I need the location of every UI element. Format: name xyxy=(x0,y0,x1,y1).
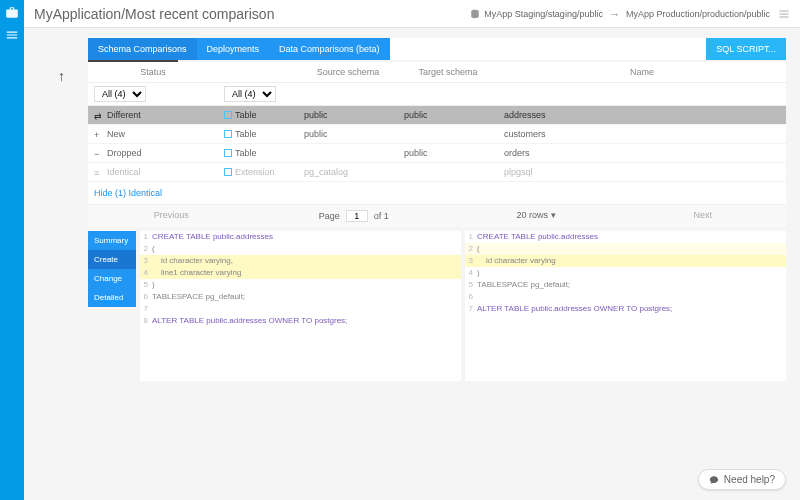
tgt-schema: public xyxy=(404,148,504,158)
th-target: Target schema xyxy=(398,62,498,82)
back-arrow-icon[interactable]: ↑ xyxy=(58,68,65,84)
main-tabs: Schema ComparisonsDeploymentsData Compar… xyxy=(88,38,390,60)
breadcrumb: MyApp Staging/staging/public → MyApp Pro… xyxy=(470,8,790,20)
code-line: 8ALTER TABLE public.addresses OWNER TO p… xyxy=(140,315,461,327)
content-area: ↑ Schema ComparisonsDeploymentsData Comp… xyxy=(24,28,800,500)
tab-schema-comparisons[interactable]: Schema Comparisons xyxy=(88,38,197,60)
code-line: 6TABLESPACE pg_default; xyxy=(140,291,461,303)
type-text: Table xyxy=(235,110,257,120)
obj-name: plpgsql xyxy=(504,167,780,177)
tab-deployments[interactable]: Deployments xyxy=(197,38,270,60)
th-source: Source schema xyxy=(298,62,398,82)
next-button[interactable]: Next xyxy=(619,205,786,227)
diff-tabs: SummaryCreateChangeDetailed xyxy=(88,231,136,381)
th-type xyxy=(218,62,298,82)
page-indicator: Page of 1 xyxy=(255,205,453,227)
arrow-right-icon: → xyxy=(609,8,620,20)
code-line: 5) xyxy=(140,279,461,291)
src-schema: public xyxy=(304,129,404,139)
tgt-schema: public xyxy=(404,110,504,120)
diff-area: SummaryCreateChangeDetailed 1CREATE TABL… xyxy=(88,231,786,381)
need-help-button[interactable]: Need help? xyxy=(698,469,786,490)
list-icon[interactable] xyxy=(778,8,790,20)
code-line: 3 id character varying, xyxy=(140,255,461,267)
database-icon xyxy=(470,9,480,19)
obj-name: orders xyxy=(504,148,780,158)
app-sidebar xyxy=(0,0,24,500)
code-line: 4) xyxy=(465,267,786,279)
table-row[interactable]: −DroppedTablepublicorders xyxy=(88,144,786,163)
status-icon: ⇄ xyxy=(94,111,103,120)
status-filter[interactable]: All (4) xyxy=(94,86,146,102)
pager: Previous Page of 1 20 rows ▾ Next xyxy=(88,204,786,227)
type-text: Table xyxy=(235,148,257,158)
code-line: 2( xyxy=(140,243,461,255)
app-header: MyApplication/Most recent comparison MyA… xyxy=(24,0,800,28)
status-icon: − xyxy=(94,149,103,158)
obj-name: addresses xyxy=(504,110,780,120)
table-header-row: Status Source schema Target schema Name xyxy=(88,62,786,83)
diff-tab-create[interactable]: Create xyxy=(88,250,136,269)
code-line: 4 line1 character varying xyxy=(140,267,461,279)
status-icon: + xyxy=(94,130,103,139)
code-pane-left: 1CREATE TABLE public.addresses2(3 id cha… xyxy=(140,231,461,381)
code-line: 1CREATE TABLE public.addresses xyxy=(140,231,461,243)
type-icon xyxy=(224,130,232,138)
diff-tab-summary[interactable]: Summary xyxy=(88,231,136,250)
src-schema: public xyxy=(304,110,404,120)
status-text: Different xyxy=(107,110,141,120)
type-icon xyxy=(224,168,232,176)
code-line: 1CREATE TABLE public.addresses xyxy=(465,231,786,243)
type-text: Table xyxy=(235,129,257,139)
comparison-table: Status Source schema Target schema Name … xyxy=(88,62,786,227)
page-input[interactable] xyxy=(346,210,368,222)
tab-data-comparisons-beta-[interactable]: Data Comparisons (beta) xyxy=(269,38,390,60)
status-text: Dropped xyxy=(107,148,142,158)
code-line: 2( xyxy=(465,243,786,255)
crumb-source[interactable]: MyApp Staging/staging/public xyxy=(484,9,603,19)
hide-identical-link[interactable]: Hide (1) Identical xyxy=(88,182,786,204)
th-name: Name xyxy=(498,62,786,82)
tabs-row: Schema ComparisonsDeploymentsData Compar… xyxy=(88,38,786,60)
table-row[interactable]: +NewTablepubliccustomers xyxy=(88,125,786,144)
status-text: Identical xyxy=(107,167,141,177)
th-status: Status xyxy=(88,62,218,82)
status-icon: ≡ xyxy=(94,168,103,177)
obj-name: customers xyxy=(504,129,780,139)
diff-tab-change[interactable]: Change xyxy=(88,269,136,288)
chat-icon xyxy=(709,475,719,485)
filter-row: All (4) All (4) xyxy=(88,83,786,106)
type-icon xyxy=(224,149,232,157)
diff-tab-detailed[interactable]: Detailed xyxy=(88,288,136,307)
crumb-target[interactable]: MyApp Production/production/public xyxy=(626,9,770,19)
code-line: 6 xyxy=(465,291,786,303)
prev-button[interactable]: Previous xyxy=(88,205,255,227)
src-schema: pg_catalog xyxy=(304,167,404,177)
type-text: Extension xyxy=(235,167,275,177)
table-row[interactable]: ≡IdenticalExtensionpg_catalogplpgsql xyxy=(88,163,786,182)
table-row[interactable]: ⇄DifferentTablepublicpublicaddresses xyxy=(88,106,786,125)
code-line: 3 id character varying xyxy=(465,255,786,267)
code-line: 7ALTER TABLE public.addresses OWNER TO p… xyxy=(465,303,786,315)
briefcase-icon[interactable] xyxy=(5,6,19,20)
chevron-down-icon: ▾ xyxy=(551,210,556,220)
type-filter[interactable]: All (4) xyxy=(224,86,276,102)
code-pane-right: 1CREATE TABLE public.addresses2(3 id cha… xyxy=(465,231,786,381)
sql-script-button[interactable]: SQL SCRIPT... xyxy=(706,38,786,60)
menu-icon[interactable] xyxy=(5,28,19,42)
type-icon xyxy=(224,111,232,119)
page-title: MyApplication/Most recent comparison xyxy=(34,6,274,22)
table-body: ⇄DifferentTablepublicpublicaddresses+New… xyxy=(88,106,786,182)
code-line: 7 xyxy=(140,303,461,315)
rows-selector[interactable]: 20 rows ▾ xyxy=(453,205,620,227)
status-text: New xyxy=(107,129,125,139)
code-line: 5TABLESPACE pg_default; xyxy=(465,279,786,291)
